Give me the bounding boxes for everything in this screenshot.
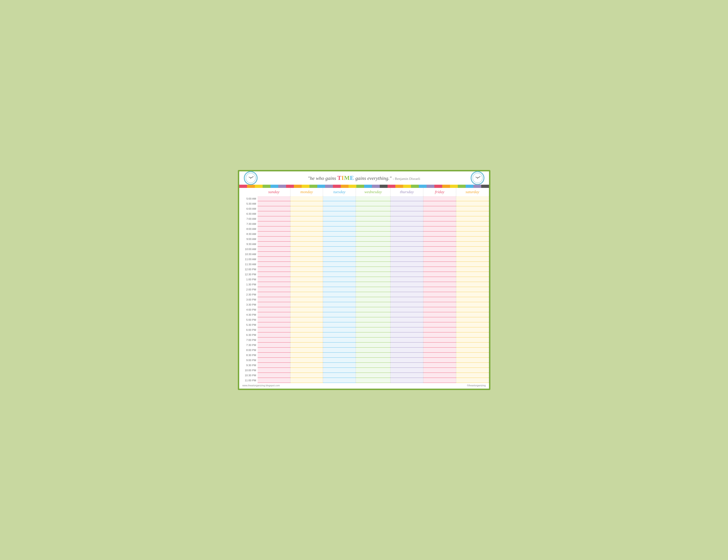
schedule-cell-wed[interactable] — [356, 211, 391, 216]
schedule-cell-wed[interactable] — [356, 206, 391, 211]
schedule-cell-sun[interactable] — [258, 237, 290, 242]
schedule-cell-thu[interactable] — [391, 287, 423, 292]
schedule-cell-sun[interactable] — [258, 267, 290, 272]
schedule-cell-sat[interactable] — [456, 196, 489, 201]
schedule-cell-thu[interactable] — [391, 342, 423, 347]
schedule-cell-wed[interactable] — [356, 368, 391, 373]
schedule-cell-mon[interactable] — [290, 302, 323, 307]
schedule-cell-sat[interactable] — [456, 368, 489, 373]
schedule-cell-sun[interactable] — [258, 206, 290, 211]
schedule-cell-thu[interactable] — [391, 196, 423, 201]
schedule-cell-tue[interactable] — [323, 247, 356, 252]
schedule-cell-sun[interactable] — [258, 378, 290, 383]
schedule-cell-sat[interactable] — [456, 337, 489, 342]
schedule-cell-wed[interactable] — [356, 342, 391, 347]
schedule-cell-thu[interactable] — [391, 211, 423, 216]
schedule-cell-wed[interactable] — [356, 196, 391, 201]
schedule-cell-tue[interactable] — [323, 368, 356, 373]
schedule-cell-thu[interactable] — [391, 272, 423, 277]
schedule-cell-mon[interactable] — [290, 201, 323, 206]
schedule-cell-fri[interactable] — [423, 201, 456, 206]
schedule-cell-wed[interactable] — [356, 227, 391, 232]
schedule-cell-fri[interactable] — [423, 342, 456, 347]
schedule-cell-sun[interactable] — [258, 272, 290, 277]
schedule-cell-mon[interactable] — [290, 352, 323, 358]
schedule-cell-tue[interactable] — [323, 252, 356, 257]
schedule-cell-wed[interactable] — [356, 201, 391, 206]
schedule-cell-mon[interactable] — [290, 347, 323, 352]
schedule-cell-mon[interactable] — [290, 368, 323, 373]
schedule-cell-sat[interactable] — [456, 378, 489, 383]
schedule-cell-sat[interactable] — [456, 282, 489, 287]
schedule-cell-sat[interactable] — [456, 247, 489, 252]
schedule-cell-mon[interactable] — [290, 206, 323, 211]
schedule-cell-fri[interactable] — [423, 337, 456, 342]
schedule-cell-fri[interactable] — [423, 352, 456, 358]
schedule-cell-tue[interactable] — [323, 196, 356, 201]
schedule-cell-tue[interactable] — [323, 352, 356, 358]
schedule-cell-sat[interactable] — [456, 216, 489, 222]
schedule-cell-wed[interactable] — [356, 332, 391, 337]
schedule-cell-wed[interactable] — [356, 237, 391, 242]
schedule-cell-sun[interactable] — [258, 312, 290, 317]
schedule-cell-sat[interactable] — [456, 322, 489, 327]
schedule-cell-mon[interactable] — [290, 227, 323, 232]
schedule-cell-fri[interactable] — [423, 322, 456, 327]
schedule-cell-thu[interactable] — [391, 222, 423, 227]
schedule-cell-sun[interactable] — [258, 292, 290, 297]
schedule-cell-wed[interactable] — [356, 267, 391, 272]
schedule-cell-tue[interactable] — [323, 337, 356, 342]
schedule-cell-tue[interactable] — [323, 201, 356, 206]
schedule-cell-tue[interactable] — [323, 262, 356, 267]
schedule-cell-sat[interactable] — [456, 257, 489, 262]
schedule-cell-thu[interactable] — [391, 227, 423, 232]
schedule-cell-sun[interactable] — [258, 227, 290, 232]
schedule-cell-sun[interactable] — [258, 211, 290, 216]
schedule-cell-thu[interactable] — [391, 312, 423, 317]
schedule-cell-tue[interactable] — [323, 317, 356, 322]
schedule-cell-sun[interactable] — [258, 257, 290, 262]
schedule-cell-sat[interactable] — [456, 358, 489, 363]
schedule-cell-sat[interactable] — [456, 277, 489, 282]
schedule-cell-sat[interactable] — [456, 363, 489, 368]
schedule-cell-fri[interactable] — [423, 297, 456, 302]
schedule-cell-thu[interactable] — [391, 262, 423, 267]
schedule-cell-sun[interactable] — [258, 216, 290, 222]
schedule-cell-wed[interactable] — [356, 287, 391, 292]
schedule-cell-mon[interactable] — [290, 287, 323, 292]
schedule-cell-mon[interactable] — [290, 363, 323, 368]
schedule-cell-fri[interactable] — [423, 257, 456, 262]
schedule-cell-fri[interactable] — [423, 196, 456, 201]
schedule-cell-sun[interactable] — [258, 232, 290, 237]
schedule-cell-sun[interactable] — [258, 262, 290, 267]
schedule-cell-thu[interactable] — [391, 277, 423, 282]
schedule-cell-wed[interactable] — [356, 232, 391, 237]
schedule-cell-fri[interactable] — [423, 378, 456, 383]
schedule-cell-sat[interactable] — [456, 352, 489, 358]
schedule-cell-wed[interactable] — [356, 373, 391, 378]
schedule-cell-tue[interactable] — [323, 232, 356, 237]
schedule-cell-mon[interactable] — [290, 262, 323, 267]
schedule-cell-sun[interactable] — [258, 307, 290, 312]
schedule-cell-sun[interactable] — [258, 201, 290, 206]
schedule-cell-wed[interactable] — [356, 242, 391, 247]
schedule-cell-sat[interactable] — [456, 252, 489, 257]
schedule-cell-wed[interactable] — [356, 378, 391, 383]
schedule-cell-sat[interactable] — [456, 302, 489, 307]
schedule-cell-mon[interactable] — [290, 378, 323, 383]
schedule-cell-thu[interactable] — [391, 247, 423, 252]
schedule-cell-fri[interactable] — [423, 307, 456, 312]
schedule-cell-fri[interactable] — [423, 317, 456, 322]
schedule-cell-fri[interactable] — [423, 312, 456, 317]
schedule-cell-tue[interactable] — [323, 358, 356, 363]
schedule-cell-thu[interactable] — [391, 378, 423, 383]
schedule-cell-sun[interactable] — [258, 337, 290, 342]
schedule-cell-tue[interactable] — [323, 378, 356, 383]
schedule-cell-sat[interactable] — [456, 211, 489, 216]
schedule-cell-thu[interactable] — [391, 297, 423, 302]
schedule-cell-mon[interactable] — [290, 282, 323, 287]
schedule-cell-sat[interactable] — [456, 312, 489, 317]
schedule-cell-thu[interactable] — [391, 368, 423, 373]
schedule-cell-tue[interactable] — [323, 277, 356, 282]
schedule-cell-thu[interactable] — [391, 232, 423, 237]
